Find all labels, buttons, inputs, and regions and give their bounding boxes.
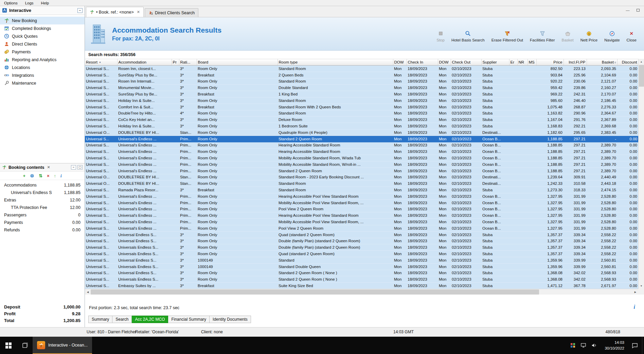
nett-price-button[interactable]: $ Nett Price xyxy=(580,31,598,42)
taskbar-app-interactive[interactable]: Interactive - Ocean... xyxy=(33,337,92,354)
column-header-resort[interactable]: Resort▼ xyxy=(85,59,117,66)
close-button[interactable]: × Close xyxy=(627,31,637,42)
facilities-filter-button[interactable]: Facilities Filter xyxy=(530,31,555,42)
navigate-button[interactable]: Navigate xyxy=(604,31,620,42)
action-center-button[interactable] xyxy=(628,337,642,354)
table-row[interactable]: Universal S...Universal Endless S...3*10… xyxy=(85,257,638,263)
table-row[interactable]: Universal S...Ramada Plaza Resor...3*Bre… xyxy=(85,187,638,193)
show-desktop-strip[interactable] xyxy=(642,337,644,354)
scroll-up-arrow[interactable]: ▲ xyxy=(639,59,644,65)
column-header-room-type[interactable]: Room type xyxy=(278,59,393,66)
tree-item-payments[interactable]: Payments 0.00 xyxy=(0,219,85,226)
table-row[interactable]: Universal S...Universal Endless S...3*Ro… xyxy=(85,231,638,238)
network-icon[interactable] xyxy=(580,343,586,348)
sidebar-item-completed-bookings[interactable]: Completed Bookings xyxy=(0,24,85,32)
collapse-sidebar-button[interactable]: − xyxy=(77,8,83,13)
tab-direct-clients-search[interactable]: Direct Clients Search xyxy=(145,8,198,17)
scroll-right-arrow[interactable]: ▶ xyxy=(632,289,638,295)
sidebar-item-maintenance[interactable]: Maintenance xyxy=(0,79,85,87)
tab-identity-documents[interactable]: Identity Documents xyxy=(210,316,251,323)
table-row[interactable]: Universal S...Universals Endless S...3*R… xyxy=(85,244,638,251)
table-row[interactable]: Universal S...Universals Endless S...3*1… xyxy=(85,263,638,270)
restore-window-button[interactable] xyxy=(634,8,641,13)
stop-button[interactable]: Stop xyxy=(436,31,445,42)
add-icon[interactable]: + xyxy=(23,174,25,178)
close-panel-icon[interactable]: ✕ xyxy=(47,165,50,170)
scroll-down-arrow[interactable]: ▼ xyxy=(639,283,644,289)
sidebar-item-direct-clients[interactable]: Direct Clients xyxy=(0,40,85,48)
tab-acc-2a2c-mco[interactable]: Acc 2A,2C MCO xyxy=(132,316,168,323)
sidebar-item-reporting-analytics[interactable]: Reporting and Analytics xyxy=(0,56,85,64)
table-row[interactable]: Universal O...DOUBLETREE BY HI...Stan...… xyxy=(85,174,638,180)
tree-item-tta-protection-fee[interactable]: TTA Protection Fee 12.00 xyxy=(0,204,85,211)
tree-item-passengers[interactable]: Passengers 0 xyxy=(0,211,85,219)
export-icon[interactable]: ↑ xyxy=(54,174,56,178)
table-row[interactable]: Universal S...Holiday Inn & Suite...3*Ro… xyxy=(85,97,638,104)
web-icon[interactable] xyxy=(30,174,34,178)
table-row[interactable]: Universal O...DOUBLETREE BY HI...Stan...… xyxy=(85,129,638,136)
column-header-supplier[interactable]: Supplier xyxy=(481,59,509,66)
table-row[interactable]: Universal S...CoCo Key Hotel an...3*Room… xyxy=(85,117,638,123)
table-row[interactable]: Universal S...Universal's Endless ...Pri… xyxy=(85,155,638,161)
column-header-board[interactable]: Board xyxy=(197,59,278,66)
close-tab-icon[interactable]: ✕ xyxy=(137,10,140,14)
tree-item-refunds[interactable]: Refunds 0.00 xyxy=(0,226,85,234)
menu-options[interactable]: Options xyxy=(4,1,18,5)
info-icon[interactable]: i xyxy=(634,304,635,310)
column-header-basket[interactable]: Basket▿ xyxy=(587,59,617,66)
table-row[interactable]: Universal O...DOUBLETREE BY HI...Stan...… xyxy=(85,180,638,187)
column-header-dow[interactable]: DOW xyxy=(438,59,451,66)
taskbar-clock[interactable]: 14:03 30/10/2022 xyxy=(601,337,628,354)
minimize-panel-button[interactable]: − xyxy=(71,165,76,170)
table-row[interactable]: Universal S...Universal's Endless ...Pri… xyxy=(85,148,638,155)
tray-app-icon[interactable] xyxy=(570,343,575,348)
table-row[interactable]: Universal S...Universal's Endless ...Pri… xyxy=(85,142,638,148)
scroll-left-arrow[interactable]: ◀ xyxy=(85,289,91,295)
table-row[interactable]: Universal S...Universal's Endless ...Pri… xyxy=(85,161,638,167)
hotel-basis-search-button[interactable]: Hotel Basis Search xyxy=(451,31,485,42)
tab-summary[interactable]: Summary xyxy=(88,316,112,323)
erase-filtered-out-button[interactable]: Erase Filtered Out xyxy=(491,31,523,42)
table-row[interactable]: Universal S...Universal Endless S...3*Ro… xyxy=(85,270,638,276)
menu-logs[interactable]: Logs xyxy=(25,1,34,5)
table-row[interactable]: Universal S...Rosen Inn, closest t...3*R… xyxy=(85,66,638,72)
column-header-discount[interactable]: Discount xyxy=(617,59,638,66)
tree-item-accommodations[interactable]: Accommodations 1,188.85 xyxy=(0,181,85,189)
menu-help[interactable]: Help xyxy=(41,1,49,5)
task-view-button[interactable] xyxy=(17,337,33,354)
table-row[interactable]: Universal S...Universal's Endless ...Pri… xyxy=(85,199,638,206)
table-row[interactable]: Universal S...Holiday Inn & Suite...3*Ro… xyxy=(85,123,638,129)
delete-icon[interactable]: × xyxy=(47,174,50,178)
basket-button[interactable]: Basket xyxy=(562,31,574,42)
column-header-er[interactable]: Er xyxy=(509,59,517,66)
vertical-scroll-thumb[interactable] xyxy=(639,65,644,87)
column-header-ms[interactable]: MS xyxy=(527,59,536,66)
table-row[interactable]: Universal S...Universals Endless S...3*R… xyxy=(85,276,638,283)
column-header-pr[interactable]: Pr xyxy=(172,59,179,66)
table-row[interactable]: Universal S...SureStay Plus by Be...3*Br… xyxy=(85,72,638,78)
column-header-price[interactable]: Price xyxy=(536,59,564,66)
tree-item-accommodation-detail[interactable]: Universal's Endless S 1,188.85 xyxy=(0,189,85,196)
table-row[interactable]: Universal S...Universal's Endless ...Pri… xyxy=(85,167,638,174)
table-row[interactable]: Universal S...Universal's Endless ...Pri… xyxy=(85,225,638,231)
table-row[interactable]: Universal S...Embassy Suites by ...3*Bre… xyxy=(85,283,638,289)
sidebar-item-payments[interactable]: Payments xyxy=(0,48,85,56)
tab-booking-ref[interactable]: • Book. ref.: <none> ✕ xyxy=(86,7,144,17)
column-header-incl-fl-pp[interactable]: Incl.Fl.PP xyxy=(564,59,587,66)
table-row[interactable]: Universal S...SureStay Plus by Be...3*Br… xyxy=(85,91,638,98)
tab-financial-summary[interactable]: Financial Summary xyxy=(168,316,210,323)
tree-item-extras[interactable]: Extras 12.00 xyxy=(0,196,85,204)
filter-icon[interactable]: ▼ xyxy=(99,61,101,64)
volume-icon[interactable] xyxy=(591,343,597,348)
tab-search[interactable]: Search xyxy=(112,316,132,323)
table-row[interactable]: Universal S...Universal's Endless ...Pri… xyxy=(85,212,638,219)
transfer-icon[interactable]: ⇅ xyxy=(39,174,42,178)
column-header-check-in[interactable]: Check In xyxy=(407,59,438,66)
sidebar-item-quick-quotes[interactable]: Quick Quotes xyxy=(0,32,85,40)
vertical-scrollbar[interactable]: ▲ ▼ xyxy=(638,59,644,289)
column-header-accommodation[interactable]: Accommodation xyxy=(117,59,172,66)
table-row[interactable]: Universal S...Universal's Endless ...Pri… xyxy=(85,136,638,142)
table-row[interactable]: Universal S...Universal Endless S...3*Ro… xyxy=(85,238,638,244)
table-row[interactable]: Universal S...Monumental Movie...3*Room … xyxy=(85,85,638,91)
maximize-panel-button[interactable]: ▢ xyxy=(77,165,83,170)
